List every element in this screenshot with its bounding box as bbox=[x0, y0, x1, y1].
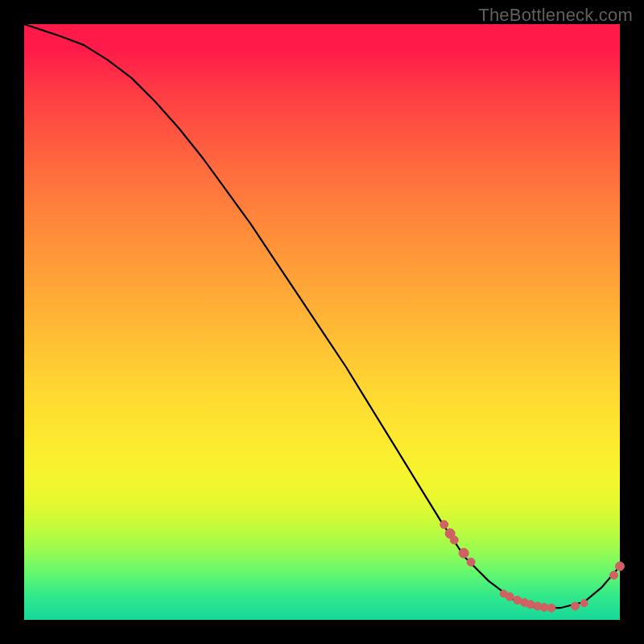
chart-frame: TheBottleneck.com bbox=[0, 0, 644, 644]
curve-svg bbox=[24, 24, 620, 620]
data-point-marker bbox=[610, 572, 618, 580]
data-point-marker bbox=[459, 548, 469, 558]
plot-area bbox=[24, 24, 620, 620]
data-point-marker bbox=[616, 562, 625, 571]
data-point-marker bbox=[450, 536, 458, 544]
bottleneck-curve-line bbox=[24, 24, 620, 608]
data-point-marker bbox=[440, 521, 448, 529]
data-point-marker bbox=[580, 600, 588, 607]
data-point-marker bbox=[506, 592, 514, 601]
data-point-marker bbox=[526, 601, 535, 609]
data-point-marker bbox=[572, 602, 580, 610]
marker-group bbox=[440, 521, 625, 613]
data-point-marker bbox=[467, 558, 475, 566]
data-point-marker bbox=[547, 604, 555, 612]
watermark-text: TheBottleneck.com bbox=[478, 5, 633, 26]
